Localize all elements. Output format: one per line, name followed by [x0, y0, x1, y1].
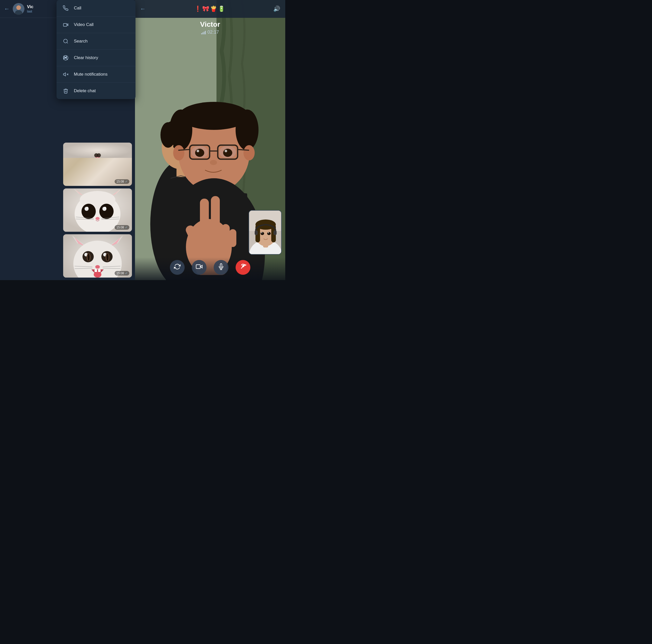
menu-label-video-call: Video Call	[74, 22, 93, 27]
menu-label-search: Search	[74, 39, 88, 44]
svg-point-22	[99, 204, 114, 219]
self-view	[249, 210, 282, 255]
svg-point-21	[82, 204, 96, 219]
svg-point-47	[94, 272, 101, 278]
message-image-1: 15:08 ✓	[63, 143, 132, 186]
svg-point-69	[186, 112, 206, 127]
svg-point-105	[268, 232, 269, 233]
menu-label-mute: Mute notifications	[74, 72, 107, 77]
menu-label-delete-chat: Delete chat	[74, 88, 96, 93]
flip-camera-button[interactable]	[170, 260, 185, 275]
svg-point-84	[210, 160, 217, 165]
microphone-button[interactable]	[214, 260, 228, 275]
call-back-button[interactable]: ←	[140, 6, 146, 12]
menu-label-clear-history: Clear history	[74, 55, 98, 60]
menu-item-search[interactable]: Search	[57, 33, 135, 50]
message-bubble-3: 15:08 ✓	[63, 234, 132, 278]
svg-rect-89	[211, 196, 220, 240]
message-bubble-1: 15:08 ✓	[63, 143, 132, 186]
emoji-bow: 🎀	[202, 6, 209, 12]
svg-point-26	[104, 207, 106, 209]
emoji-exclamation: ❗	[194, 6, 201, 12]
video-toggle-icon	[196, 263, 202, 272]
svg-point-13	[97, 153, 101, 157]
svg-point-83	[225, 150, 227, 152]
svg-rect-49	[98, 270, 101, 272]
svg-point-27	[96, 217, 100, 220]
svg-rect-107	[274, 230, 277, 235]
call-header: ← ❗ 🎀 🍟 🔋 🔊	[135, 0, 285, 18]
video-icon	[62, 21, 69, 28]
message-timestamp-3: 15:08 ✓	[115, 271, 129, 276]
message-timestamp-1: 15:08 ✓	[115, 179, 129, 184]
clear-icon	[62, 54, 69, 61]
svg-marker-7	[63, 73, 65, 76]
svg-point-102	[261, 232, 264, 235]
svg-point-1	[16, 5, 21, 10]
call-controls	[135, 257, 285, 280]
svg-point-46	[95, 265, 100, 269]
volume-icon[interactable]: 🔊	[273, 6, 280, 12]
menu-item-clear-history[interactable]: Clear history	[57, 50, 135, 66]
check-mark-2: ✓	[125, 226, 128, 229]
svg-line-6	[67, 42, 68, 43]
svg-point-82	[197, 150, 199, 152]
signal-bars-icon	[201, 30, 206, 34]
message-image-3: 15:08 ✓	[63, 234, 132, 278]
svg-rect-109	[196, 264, 200, 269]
back-button[interactable]: ←	[4, 6, 10, 12]
svg-rect-90	[222, 224, 230, 245]
svg-point-81	[223, 149, 232, 157]
message-bubble-2: 15:08 ✓	[63, 189, 132, 232]
message-image-2: 15:08 ✓	[63, 189, 132, 232]
svg-marker-108	[200, 265, 202, 268]
svg-point-44	[88, 254, 90, 261]
svg-point-72	[243, 145, 255, 161]
svg-rect-48	[94, 270, 97, 272]
check-mark-1: ✓	[125, 180, 128, 183]
emoji-battery: 🔋	[218, 6, 225, 12]
video-toggle-button[interactable]	[192, 260, 207, 275]
microphone-icon	[218, 263, 224, 272]
search-icon	[62, 38, 69, 45]
svg-rect-91	[229, 229, 236, 247]
self-view-image	[249, 211, 282, 255]
left-panel: ← Vic last Call	[0, 0, 135, 280]
call-emojis: ❗ 🎀 🍟 🔋	[194, 6, 225, 12]
svg-point-5	[64, 39, 67, 43]
call-contact-name: Victor	[135, 20, 285, 29]
svg-rect-106	[255, 230, 258, 235]
call-duration: 02:17	[135, 30, 285, 35]
svg-point-103	[267, 232, 271, 235]
end-call-icon	[240, 263, 246, 272]
svg-rect-88	[200, 199, 209, 240]
emoji-fries: 🍟	[210, 6, 217, 12]
svg-point-25	[86, 207, 88, 209]
call-info: Victor 02:17	[135, 20, 285, 35]
phone-icon	[62, 5, 69, 12]
flip-camera-icon	[174, 263, 181, 272]
svg-point-70	[222, 112, 242, 127]
mute-icon	[62, 71, 69, 78]
message-timestamp-2: 15:08 ✓	[115, 225, 129, 230]
svg-rect-4	[63, 23, 67, 26]
svg-point-80	[195, 149, 204, 157]
svg-point-45	[106, 254, 108, 261]
context-menu: Call Video Call Search Clear history	[57, 0, 135, 99]
avatar-image	[13, 3, 24, 15]
menu-item-call[interactable]: Call	[57, 0, 135, 17]
right-panel: ← ❗ 🎀 🍟 🔋 🔊 Victor 02:17	[135, 0, 285, 280]
svg-point-104	[261, 232, 262, 233]
menu-item-mute[interactable]: Mute notifications	[57, 66, 135, 83]
menu-item-delete-chat[interactable]: Delete chat	[57, 83, 135, 99]
menu-item-video-call[interactable]: Video Call	[57, 17, 135, 33]
contact-avatar	[13, 3, 24, 15]
trash-icon	[62, 87, 69, 94]
menu-label-call: Call	[74, 6, 81, 11]
end-call-button[interactable]	[236, 260, 250, 275]
svg-point-71	[173, 145, 184, 161]
check-mark-3: ✓	[125, 272, 128, 275]
